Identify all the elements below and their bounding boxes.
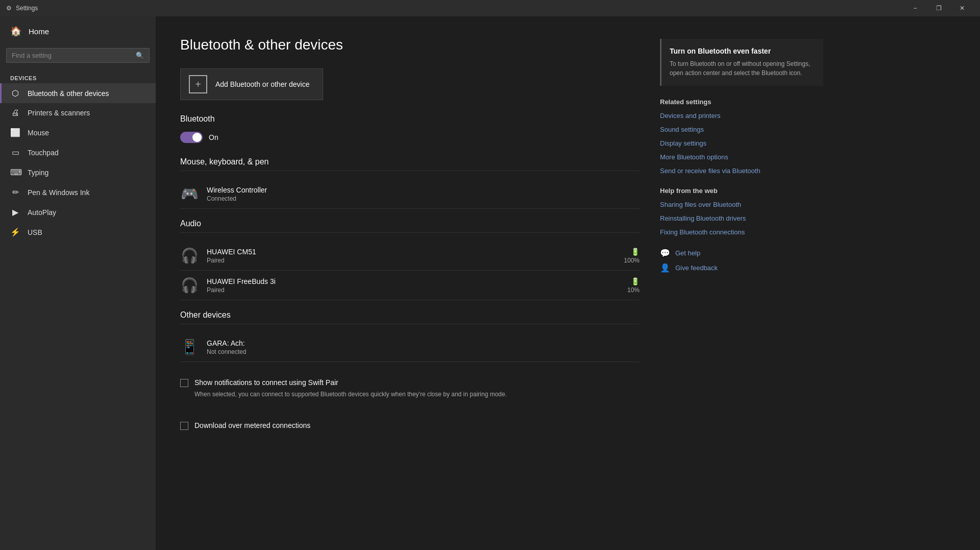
- download-metered-label: Download over metered connections: [194, 421, 640, 429]
- other-device-icon: 📱: [180, 339, 199, 355]
- sidebar-item-typing-label: Typing: [28, 169, 48, 177]
- feedback-icon: 👤: [660, 263, 670, 273]
- add-device-plus-icon: +: [189, 75, 207, 93]
- main-content: Bluetooth & other devices + Add Bluetoot…: [180, 37, 640, 530]
- bluetooth-section-title: Bluetooth: [180, 114, 640, 124]
- titlebar-title-area: ⚙ Settings: [6, 5, 38, 12]
- home-label: Home: [29, 27, 49, 36]
- sidebar-item-bluetooth-label: Bluetooth & other devices: [28, 89, 109, 98]
- mouse-icon: ⬜: [10, 128, 20, 137]
- sidebar-item-printers-label: Printers & scanners: [28, 109, 90, 117]
- bluetooth-toggle-row: On: [180, 132, 640, 143]
- related-link-display[interactable]: Display settings: [660, 139, 823, 147]
- bluetooth-icon: ⬡: [10, 88, 20, 98]
- sidebar-item-home[interactable]: 🏠 Home: [0, 16, 156, 46]
- toggle-knob: [192, 133, 202, 142]
- help-from-web-title: Help from the web: [660, 187, 823, 195]
- settings-icon: ⚙: [6, 5, 12, 12]
- sidebar: 🏠 Home 🔍 Devices ⬡ Bluetooth & other dev…: [0, 16, 156, 550]
- battery-icon: 🔋: [631, 248, 640, 256]
- device-status: Paired: [207, 286, 619, 294]
- bluetooth-state-label: On: [209, 133, 218, 141]
- mouse-section-title: Mouse, keyboard, & pen: [180, 157, 640, 171]
- autoplay-icon: ▶: [10, 207, 20, 217]
- give-feedback-label: Give feedback: [675, 264, 718, 272]
- close-button[interactable]: ✕: [950, 0, 974, 16]
- app-body: 🏠 Home 🔍 Devices ⬡ Bluetooth & other dev…: [0, 16, 980, 550]
- sidebar-item-typing[interactable]: ⌨ Typing: [0, 162, 156, 182]
- battery-percent: 10%: [627, 286, 640, 294]
- sidebar-item-touchpad-label: Touchpad: [28, 149, 59, 157]
- search-box[interactable]: 🔍: [6, 48, 150, 63]
- device-gara: 📱 GARA: Ach: Not connected: [180, 332, 640, 362]
- sidebar-item-usb-label: USB: [28, 228, 42, 236]
- maximize-button[interactable]: ❐: [927, 0, 950, 16]
- related-link-sound[interactable]: Sound settings: [660, 126, 823, 133]
- get-help-item[interactable]: 💬 Get help: [660, 248, 823, 258]
- sidebar-item-touchpad[interactable]: ▭ Touchpad: [0, 142, 156, 162]
- tip-text: To turn Bluetooth on or off without open…: [670, 59, 815, 78]
- audio-section-title: Audio: [180, 219, 640, 233]
- pen-icon: ✏: [10, 187, 20, 197]
- tip-box: Turn on Bluetooth even faster To turn Bl…: [660, 39, 823, 86]
- related-link-send-receive[interactable]: Send or receive files via Bluetooth: [660, 167, 823, 175]
- help-link-reinstalling[interactable]: Reinstalling Bluetooth drivers: [660, 214, 823, 222]
- device-battery-1: 🔋 100%: [624, 248, 640, 264]
- device-huawei-cm51: 🎧 HUAWEI CM51 Paired 🔋 100%: [180, 241, 640, 271]
- sidebar-item-autoplay[interactable]: ▶ AutoPlay: [0, 202, 156, 222]
- other-section-title: Other devices: [180, 310, 640, 324]
- sidebar-item-bluetooth[interactable]: ⬡ Bluetooth & other devices: [0, 83, 156, 103]
- usb-icon: ⚡: [10, 227, 20, 237]
- headphones-icon-1: 🎧: [180, 247, 199, 264]
- download-metered-row: Download over metered connections: [180, 415, 640, 439]
- touchpad-icon: ▭: [10, 148, 20, 157]
- content-area: Bluetooth & other devices + Add Bluetoot…: [156, 16, 980, 550]
- sidebar-item-printers[interactable]: 🖨 Printers & scanners: [0, 103, 156, 123]
- add-device-label: Add Bluetooth or other device: [215, 80, 309, 88]
- get-help-label: Get help: [675, 249, 700, 257]
- swift-pair-checkbox[interactable]: [180, 379, 188, 387]
- controller-icon: 🎮: [180, 185, 199, 202]
- headphones-icon-2: 🎧: [180, 277, 199, 294]
- battery-percent: 100%: [624, 257, 640, 264]
- swift-pair-desc: When selected, you can connect to suppor…: [194, 390, 640, 399]
- device-status: Connected: [207, 195, 640, 202]
- device-name: Wireless Controller: [207, 186, 640, 194]
- sidebar-item-usb[interactable]: ⚡ USB: [0, 222, 156, 242]
- window-controls: − ❐ ✕: [903, 0, 974, 16]
- page-title: Bluetooth & other devices: [180, 37, 640, 53]
- device-wireless-controller: 🎮 Wireless Controller Connected: [180, 179, 640, 209]
- help-section: 💬 Get help 👤 Give feedback: [660, 248, 823, 273]
- add-device-button[interactable]: + Add Bluetooth or other device: [180, 68, 323, 100]
- help-link-sharing[interactable]: Sharing files over Bluetooth: [660, 201, 823, 208]
- help-link-fixing[interactable]: Fixing Bluetooth connections: [660, 228, 823, 236]
- battery-icon: 🔋: [631, 277, 640, 285]
- tip-title: Turn on Bluetooth even faster: [670, 47, 815, 55]
- sidebar-item-pen[interactable]: ✏ Pen & Windows Ink: [0, 182, 156, 202]
- device-huawei-freebuds: 🎧 HUAWEI FreeBuds 3i Paired 🔋 10%: [180, 271, 640, 300]
- search-icon: 🔍: [136, 52, 144, 59]
- device-status: Paired: [207, 257, 616, 264]
- home-icon: 🏠: [10, 26, 21, 37]
- related-link-more-bluetooth[interactable]: More Bluetooth options: [660, 153, 823, 161]
- give-feedback-item[interactable]: 👤 Give feedback: [660, 263, 823, 273]
- download-metered-checkbox[interactable]: [180, 422, 188, 430]
- search-input[interactable]: [12, 52, 132, 59]
- swift-pair-row: Show notifications to connect using Swif…: [180, 372, 640, 405]
- device-name: GARA: Ach:: [207, 339, 640, 347]
- typing-icon: ⌨: [10, 168, 20, 177]
- related-link-devices-printers[interactable]: Devices and printers: [660, 112, 823, 119]
- get-help-icon: 💬: [660, 248, 670, 258]
- sidebar-item-pen-label: Pen & Windows Ink: [28, 188, 89, 197]
- sidebar-item-mouse-label: Mouse: [28, 129, 49, 137]
- sidebar-section-label: Devices: [0, 71, 156, 83]
- device-name: HUAWEI CM51: [207, 248, 616, 256]
- titlebar-title: Settings: [16, 5, 38, 12]
- sidebar-item-mouse[interactable]: ⬜ Mouse: [0, 123, 156, 142]
- minimize-button[interactable]: −: [903, 0, 927, 16]
- titlebar: ⚙ Settings − ❐ ✕: [0, 0, 980, 16]
- right-panel: Turn on Bluetooth even faster To turn Bl…: [660, 37, 823, 530]
- device-name: HUAWEI FreeBuds 3i: [207, 277, 619, 285]
- swift-pair-label: Show notifications to connect using Swif…: [194, 378, 640, 387]
- bluetooth-toggle[interactable]: [180, 132, 203, 143]
